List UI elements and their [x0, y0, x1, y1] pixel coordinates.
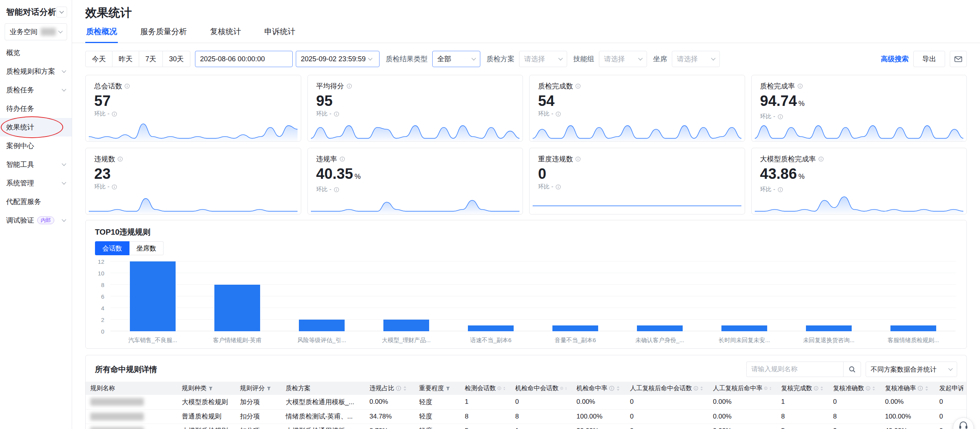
sidebar-item-6[interactable]: 智能工具	[0, 155, 72, 174]
stat-card-value: 54	[538, 92, 736, 109]
export-button[interactable]: 导出	[913, 51, 945, 67]
column-header-8[interactable]: 机检命中率	[572, 382, 625, 395]
sparkline-chart	[89, 193, 298, 214]
cell: 5	[460, 424, 511, 429]
cell: 8	[828, 409, 880, 424]
stat-card-unit: %	[355, 173, 361, 180]
column-header-6[interactable]: 检测会话数	[460, 382, 511, 395]
sparkline-chart	[755, 193, 964, 214]
rule-name-cell	[86, 395, 177, 409]
column-label: 规则评分	[240, 384, 265, 393]
sidebar-item-2[interactable]: 质检任务	[0, 81, 72, 99]
sidebar-item-label: 效果统计	[6, 123, 34, 132]
result-type-select[interactable]: 全部	[432, 51, 480, 67]
cell: 大模型质检通用模板_...	[281, 424, 365, 429]
stat-card-value: 0	[538, 165, 736, 182]
quick-range-1[interactable]: 昨天	[112, 51, 139, 67]
tab-0[interactable]: 质检概况	[85, 22, 118, 43]
stat-card-title: 质检完成数	[538, 81, 573, 91]
chevron-down-icon	[62, 161, 66, 166]
date-end-input[interactable]: 2025-09-02 23:59:59	[296, 51, 380, 67]
stat-card-ratio: 环比 -	[538, 110, 553, 118]
sidebar-item-1[interactable]: 质检规则和方案	[0, 62, 72, 81]
sparkline-chart	[311, 120, 520, 141]
info-icon	[609, 386, 614, 391]
bar-3	[383, 320, 429, 331]
result-type-value: 全部	[437, 54, 451, 64]
column-header-10[interactable]: 人工复核后命中率	[708, 382, 776, 395]
bar-category-label: 风险等级评估_引...	[280, 333, 364, 344]
stat-card-7: 大模型质检完成率43.86%环比 -	[751, 148, 967, 214]
cell: 0.00%	[708, 409, 776, 424]
stat-card-unit: %	[799, 100, 805, 107]
cell: 0.00%	[708, 395, 776, 409]
sidebar-item-5[interactable]: 案例中心	[0, 137, 72, 155]
stat-card-value: 23	[94, 165, 292, 182]
rule-search-input[interactable]	[746, 362, 843, 377]
info-icon	[818, 156, 824, 162]
column-header-14[interactable]: 发起申诉数	[935, 382, 967, 395]
sidebar-item-9[interactable]: 调试验证内部	[0, 211, 72, 230]
bar-category-label: 汽车销售_不良服...	[110, 333, 195, 344]
sidebar-item-7[interactable]: 系统管理	[0, 174, 72, 192]
metric-toggle-0[interactable]: 会话数	[95, 241, 129, 255]
filter-icon	[445, 386, 450, 391]
sort-icon	[403, 386, 407, 391]
date-start-input[interactable]: 2025-08-06 00:00:00	[195, 51, 293, 67]
info-icon	[918, 386, 923, 391]
column-header-11[interactable]: 复核完成数	[776, 382, 828, 395]
cell: 34.78%	[365, 409, 414, 424]
sidebar-item-8[interactable]: 代配置服务	[0, 192, 72, 211]
cell: 100.00%	[572, 409, 625, 424]
sort-icon	[769, 386, 772, 391]
cell: 20.00%	[572, 424, 625, 429]
bar-8	[806, 325, 852, 331]
table-body: 大模型质检规则加分项大模型质检通用模板_...0.00%轻度100.00%00.…	[86, 395, 967, 429]
metric-toggle-1[interactable]: 坐席数	[129, 241, 164, 255]
sidebar-item-3[interactable]: 待办任务	[0, 99, 72, 118]
column-header-4[interactable]: 违规占比	[365, 382, 414, 395]
merge-mode-select[interactable]: 不同方案数据合并统计	[866, 362, 957, 377]
app-title: 智能对话分析	[6, 7, 56, 17]
plan-select[interactable]: 请选择	[519, 51, 567, 67]
agent-select[interactable]: 请选择	[672, 51, 720, 67]
column-header-13[interactable]: 复核准确率	[880, 382, 935, 395]
column-header-9[interactable]: 人工复核后命中会话数	[625, 382, 708, 395]
quick-range-3[interactable]: 30天	[162, 51, 190, 67]
bar-1	[214, 285, 260, 331]
search-icon	[849, 366, 856, 373]
sidebar-menu: 概览质检规则和方案质检任务待办任务效果统计案例中心智能工具系统管理代配置服务调试…	[0, 43, 72, 230]
column-header-5[interactable]: 重要程度	[414, 382, 460, 395]
mail-button[interactable]	[950, 51, 967, 67]
tab-3[interactable]: 申诉统计	[264, 22, 296, 43]
cell: 情绪质检测试-英甫、...	[281, 409, 365, 424]
tab-2[interactable]: 复核统计	[209, 22, 242, 43]
column-header-1[interactable]: 规则种类	[177, 382, 235, 395]
search-button[interactable]	[843, 362, 861, 377]
column-header-12[interactable]: 复核准确数	[828, 382, 880, 395]
cell: 0.00%	[572, 395, 625, 409]
advanced-search-link[interactable]: 高级搜索	[881, 54, 909, 64]
chevron-down-icon	[368, 56, 373, 60]
skill-group-select[interactable]: 请选择	[599, 51, 647, 67]
quick-range-2[interactable]: 7天	[139, 51, 163, 67]
headset-icon	[958, 421, 968, 429]
chevron-down-icon	[62, 68, 66, 73]
stat-card-title: 质检完成率	[760, 81, 795, 91]
bar-0	[130, 261, 176, 331]
sparkline-chart	[755, 120, 964, 141]
column-header-7[interactable]: 机检命中会话数	[511, 382, 572, 395]
column-header-2[interactable]: 规则评分	[235, 382, 281, 395]
stat-card-5: 违规率40.35%环比 -	[307, 148, 523, 214]
sidebar-item-0[interactable]: 概览	[0, 43, 72, 62]
quick-range-0[interactable]: 今天	[85, 51, 112, 67]
app-switcher-button[interactable]	[56, 7, 67, 17]
sidebar-item-4[interactable]: 效果统计	[0, 118, 72, 137]
cell: 1	[460, 395, 511, 409]
cell: 8	[511, 409, 572, 424]
tab-1[interactable]: 服务质量分析	[140, 22, 188, 43]
bar-category-label: 大模型_理财产品...	[364, 333, 449, 344]
bar-category-label: 未回复退换货咨询...	[787, 333, 871, 344]
bar-chart-yaxis: 024681012	[95, 261, 108, 331]
workspace-select[interactable]: 业务空间	[5, 23, 67, 40]
